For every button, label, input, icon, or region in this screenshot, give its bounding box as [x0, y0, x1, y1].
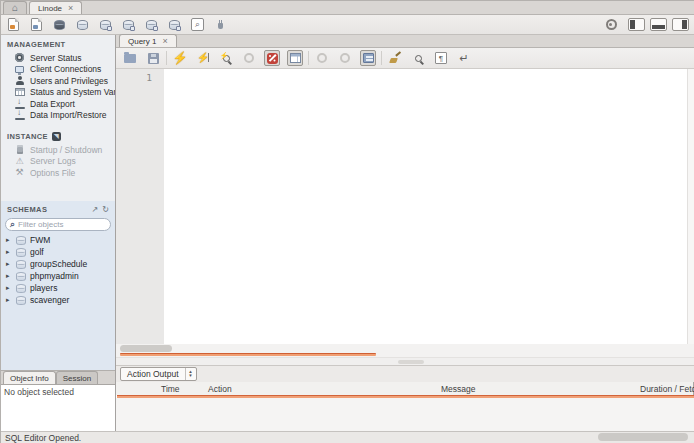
schemas-header: SCHEMAS ↗ ↻	[1, 201, 115, 216]
open-file-button[interactable]	[122, 50, 138, 66]
wrap-text-button[interactable]: ↵	[456, 50, 472, 66]
toggle-right-sidebar-button[interactable]	[672, 18, 689, 31]
stepper-icons[interactable]: ▲ ▼	[185, 368, 196, 380]
cursor-bar-icon	[208, 53, 210, 62]
close-icon[interactable]: ×	[68, 3, 73, 13]
expander-icon[interactable]: ▸	[6, 236, 12, 244]
output-view-label: Action Output	[121, 369, 185, 379]
content-area: MANAGEMENT Server Status Client Connecti…	[1, 35, 694, 431]
rollback-icon	[340, 53, 350, 63]
editor-hscroll-track[interactable]	[116, 344, 694, 353]
sidebar-item-users-privileges[interactable]: Users and Privileges	[1, 75, 115, 87]
schema-icon	[16, 284, 26, 293]
create-view-button[interactable]	[97, 17, 114, 33]
sidebar-item-server-logs[interactable]: ⚠ Server Logs	[1, 156, 115, 168]
column-message[interactable]: Message	[441, 384, 476, 394]
schema-item-golf[interactable]: ▸ golf	[1, 246, 115, 258]
expander-icon[interactable]: ▸	[6, 272, 12, 280]
schema-icon	[16, 260, 26, 269]
schema-item-phpmyadmin[interactable]: ▸ phpmyadmin	[1, 270, 115, 282]
rollback-button[interactable]	[337, 50, 353, 66]
schema-label: scavenger	[30, 295, 69, 305]
expander-icon[interactable]: ▸	[6, 248, 12, 256]
output-list-area[interactable]	[116, 398, 694, 431]
sidebar-item-data-import-restore[interactable]: Data Import/Restore	[1, 110, 115, 122]
expand-panel-icon[interactable]: ↗	[90, 205, 101, 214]
create-function-button[interactable]	[143, 17, 160, 33]
expander-icon[interactable]: ▸	[6, 296, 12, 304]
close-icon[interactable]: ×	[162, 36, 167, 46]
query-tab[interactable]: Query 1 ×	[119, 34, 177, 47]
reconnect-dbms-button[interactable]	[212, 17, 229, 33]
sidebar-item-options-file[interactable]: ⚒ Options File	[1, 167, 115, 179]
commit-button[interactable]	[314, 50, 330, 66]
editor-orange-scroll-thumb[interactable]	[120, 353, 376, 356]
connection-tab[interactable]: Linode ×	[29, 1, 82, 14]
schema-item-players[interactable]: ▸ players	[1, 282, 115, 294]
limit-rows-button[interactable]	[287, 50, 303, 66]
main-toolbar-right	[606, 18, 691, 31]
output-view-selector[interactable]: Action Output ▲ ▼	[120, 367, 197, 381]
new-sql-tab-button[interactable]	[5, 17, 22, 33]
open-sql-script-button[interactable]	[28, 17, 45, 33]
toggle-output-area-button[interactable]	[650, 18, 667, 31]
code-editor[interactable]: 1	[116, 69, 694, 344]
create-procedure-button[interactable]	[120, 17, 137, 33]
stop-on-error-icon	[267, 53, 278, 64]
search-table-data-button[interactable]: ⌕	[189, 17, 206, 33]
activity-indicator-icon	[606, 19, 617, 30]
create-table-button[interactable]	[74, 17, 91, 33]
expander-icon[interactable]: ▸	[6, 284, 12, 292]
refresh-schemas-icon[interactable]: ↻	[100, 205, 111, 214]
warning-icon: ⚠	[14, 156, 25, 167]
tab-object-info[interactable]: Object Info	[3, 371, 56, 384]
toggle-left-sidebar-button[interactable]	[628, 18, 645, 31]
toolbar-separator	[308, 51, 309, 65]
column-duration-fetch[interactable]: Duration / Fetch	[640, 384, 694, 394]
execute-current-button[interactable]: ⚡	[195, 50, 211, 66]
toggle-stop-on-error-button[interactable]	[264, 50, 280, 66]
sidebar-item-label: Data Import/Restore	[30, 110, 107, 120]
toggle-autocommit-button[interactable]	[360, 50, 376, 66]
bottom-panel-icon	[652, 25, 665, 29]
tab-session[interactable]: Session	[56, 371, 98, 384]
code-area[interactable]	[164, 69, 687, 344]
execute-button[interactable]: ⚡	[172, 50, 188, 66]
schema-item-scavenger[interactable]: ▸ scavenger	[1, 294, 115, 306]
splitter-grip[interactable]	[398, 360, 424, 364]
sidebar-item-startup-shutdown[interactable]: Startup / Shutdown	[1, 144, 115, 156]
instance-section-title: INSTANCE ◥	[1, 127, 115, 144]
search-table-data-icon: ⌕	[191, 18, 204, 31]
schema-filter-input[interactable]	[18, 220, 98, 229]
create-schema-button[interactable]	[51, 17, 68, 33]
explain-button[interactable]: ⚡	[218, 50, 234, 66]
output-hscroll-thumb[interactable]	[598, 433, 688, 441]
column-action[interactable]: Action	[208, 384, 232, 394]
sql-editor-area: Query 1 × ⚡ ⚡ ⚡ ¶	[116, 35, 694, 431]
sidebar-item-client-connections[interactable]: Client Connections	[1, 64, 115, 76]
save-button[interactable]	[145, 50, 161, 66]
column-time[interactable]: Time	[161, 384, 180, 394]
gauge-icon	[14, 52, 25, 63]
find-button[interactable]	[410, 50, 426, 66]
autocommit-icon	[363, 53, 374, 63]
main-toolbar: ⌕	[1, 15, 694, 35]
schema-filter-box[interactable]: ⌕	[5, 218, 111, 231]
show-invisibles-button[interactable]: ¶	[433, 50, 449, 66]
editor-hscroll-thumb[interactable]	[120, 345, 172, 352]
output-splitter[interactable]	[116, 357, 694, 365]
sidebar-item-server-status[interactable]: Server Status	[1, 52, 115, 64]
create-table-icon	[77, 20, 88, 30]
home-tab[interactable]: ⌂	[3, 1, 27, 14]
create-event-button[interactable]	[166, 17, 183, 33]
user-icon	[14, 75, 25, 86]
limit-rows-grid-icon	[290, 53, 301, 63]
mysql-workbench-window: ⌂ Linode × ⌕ MANAGEME	[0, 0, 694, 443]
beautify-button[interactable]	[387, 50, 403, 66]
schema-item-groupschedule[interactable]: ▸ groupSchedule	[1, 258, 115, 270]
schema-item-fwm[interactable]: ▸ FWM	[1, 234, 115, 246]
output-panel-bar: Action Output ▲ ▼	[116, 365, 694, 382]
expander-icon[interactable]: ▸	[6, 260, 12, 268]
editor-vertical-scrollbar[interactable]	[687, 69, 694, 344]
stop-button[interactable]	[241, 50, 257, 66]
